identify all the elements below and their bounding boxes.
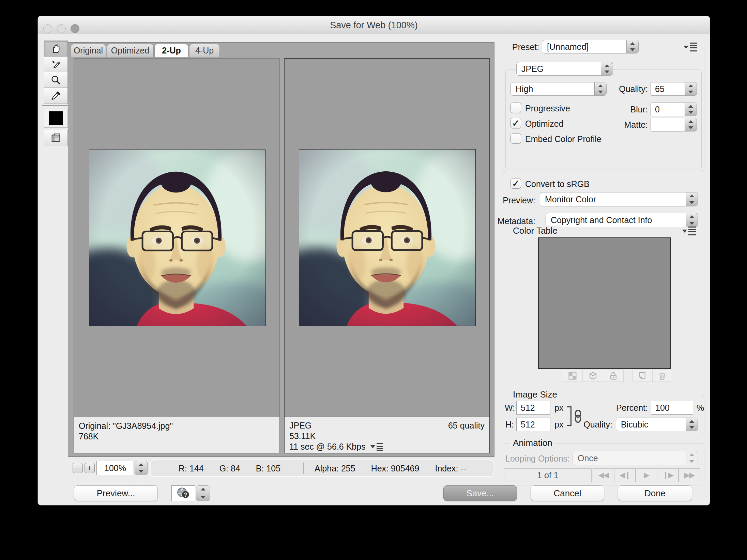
current-color xyxy=(49,111,63,125)
last-frame-icon: ▶▶ xyxy=(684,471,695,480)
embed-color-profile-checkbox[interactable] xyxy=(510,133,521,144)
preset-panel-menu-icon[interactable] xyxy=(683,43,698,51)
next-frame-button[interactable]: ❙▶ xyxy=(657,468,679,482)
last-frame-button[interactable]: ▶▶ xyxy=(679,468,700,482)
compression-dropdown[interactable]: High xyxy=(510,82,607,96)
percent-field[interactable]: 100 xyxy=(651,401,693,415)
format-dropdown[interactable]: JPEG xyxy=(516,62,613,76)
plus-glyph: + xyxy=(88,464,92,472)
percent-value: 100 xyxy=(655,403,670,413)
optimized-quality-note: 65 quality xyxy=(448,420,485,431)
format-value: JPEG xyxy=(517,62,601,75)
dropdown-arrows-icon xyxy=(686,213,698,227)
color-table-panel-menu-icon[interactable] xyxy=(682,227,696,235)
blur-label: Blur: xyxy=(597,105,648,114)
eyedropper-tool-button[interactable] xyxy=(44,88,68,104)
original-canvas[interactable] xyxy=(74,59,279,417)
stepper-arrows-icon xyxy=(685,118,697,131)
height-value: 512 xyxy=(521,420,535,430)
dropdown-arrows-icon xyxy=(686,192,698,206)
first-frame-icon: ◀◀ xyxy=(598,471,609,480)
readout-green: G: 84 xyxy=(219,464,240,473)
map-transparency-button[interactable] xyxy=(562,370,583,382)
delete-color-button[interactable] xyxy=(652,370,672,382)
slices-visibility-icon xyxy=(50,132,62,144)
metadata-dropdown[interactable]: Copyright and Contact Info xyxy=(546,213,698,227)
zoom-tool-button[interactable] xyxy=(44,72,68,88)
convert-srgb-label: Convert to sRGB xyxy=(525,179,590,189)
animation-title: Animation xyxy=(509,438,556,448)
eyedropper-color-swatch[interactable] xyxy=(44,109,68,128)
play-icon: ▶ xyxy=(644,471,649,480)
looping-options-dropdown[interactable]: Once xyxy=(573,451,698,465)
optimized-info-bar: JPEG 65 quality 53.11K 11 sec @ 56.6 Kbp… xyxy=(285,417,489,453)
first-frame-button[interactable]: ◀◀ xyxy=(593,468,614,482)
preview-mode-dropdown[interactable]: Monitor Color xyxy=(540,192,698,206)
tab-4up[interactable]: 4-Up xyxy=(189,44,220,57)
new-color-button[interactable] xyxy=(632,370,652,382)
eyedropper-icon xyxy=(50,90,62,102)
progressive-checkbox[interactable] xyxy=(510,103,521,113)
new-swatch-icon xyxy=(638,371,647,380)
slice-select-tool-button[interactable] xyxy=(44,56,68,73)
zoom-in-button[interactable]: + xyxy=(85,463,95,473)
preset-dropdown[interactable]: [Unnamed] xyxy=(542,40,639,53)
zoom-level-field[interactable]: 100% xyxy=(96,461,134,475)
hand-tool-button[interactable] xyxy=(44,41,68,57)
embed-color-profile-label: Embed Color Profile xyxy=(525,134,601,144)
svg-text:?: ? xyxy=(184,492,187,498)
save-button[interactable]: Save... xyxy=(443,485,517,501)
optimized-preview-pane[interactable]: JPEG 65 quality 53.11K 11 sec @ 56.6 Kbp… xyxy=(284,58,490,453)
original-portrait-photo xyxy=(89,150,266,326)
zoom-out-button[interactable]: − xyxy=(73,463,83,473)
download-speed-menu-icon[interactable] xyxy=(370,443,383,451)
preview-button-label: Preview... xyxy=(97,488,135,499)
percent-unit: % xyxy=(697,403,704,413)
color-table-swatches[interactable] xyxy=(538,237,671,369)
lock-color-button[interactable] xyxy=(603,370,624,382)
original-filesize: 768K xyxy=(79,431,275,442)
toggle-slices-visibility-button[interactable] xyxy=(44,130,68,146)
frame-counter-value: 1 of 1 xyxy=(537,470,559,480)
browser-globe-icon: ? xyxy=(176,487,191,500)
width-value: 512 xyxy=(521,403,535,413)
magnifier-icon xyxy=(50,74,62,86)
save-for-web-window: Save for Web (100%) xyxy=(37,16,710,505)
preset-value: [Unnamed] xyxy=(542,40,626,53)
blur-stepper-field[interactable]: 0 xyxy=(651,103,697,116)
stepper-arrows-icon xyxy=(685,82,697,96)
preview-in-browser-button[interactable]: Preview... xyxy=(74,485,158,501)
tab-2up[interactable]: 2-Up xyxy=(154,44,188,57)
tab-2up-label: 2-Up xyxy=(162,46,181,56)
resample-quality-dropdown[interactable]: Bicubic xyxy=(616,418,698,431)
width-field[interactable]: 512 xyxy=(516,401,550,415)
checkmark: ✓ xyxy=(512,178,520,189)
play-button[interactable]: ▶ xyxy=(636,468,657,482)
previous-frame-button[interactable]: ◀❙ xyxy=(614,468,636,482)
checkmark: ✓ xyxy=(512,118,520,129)
convert-srgb-checkbox[interactable]: ✓ xyxy=(510,178,521,189)
cancel-button[interactable]: Cancel xyxy=(531,485,604,501)
next-frame-icon: ❙▶ xyxy=(662,471,673,480)
done-button[interactable]: Done xyxy=(618,485,692,501)
preset-label: Preset: xyxy=(509,42,542,52)
zoom-level-stepper[interactable] xyxy=(135,461,147,475)
quality-stepper-field[interactable]: 65 xyxy=(651,82,697,96)
tab-optimized[interactable]: Optimized xyxy=(107,44,154,57)
width-unit: px xyxy=(554,403,563,413)
original-preview-pane[interactable]: Original: "GJ3A8954.jpg" 768K xyxy=(74,58,280,453)
percent-label: Percent: xyxy=(597,403,648,413)
web-shift-color-button[interactable] xyxy=(582,370,603,382)
readout-red: R: 144 xyxy=(179,464,204,473)
zoom-level-value: 100% xyxy=(104,463,126,473)
progressive-label: Progressive xyxy=(525,104,570,113)
optimized-checkbox[interactable]: ✓ xyxy=(510,118,521,128)
height-field[interactable]: 512 xyxy=(516,418,550,431)
browser-select-box[interactable]: ? xyxy=(171,485,195,501)
looping-options-label: Looping Options: xyxy=(505,454,570,464)
tab-original[interactable]: Original xyxy=(71,44,106,57)
preview-mode-value: Monitor Color xyxy=(540,192,686,206)
optimized-canvas[interactable] xyxy=(285,59,489,417)
matte-stepper-field[interactable] xyxy=(651,118,697,131)
browser-select-stepper[interactable] xyxy=(196,485,210,501)
